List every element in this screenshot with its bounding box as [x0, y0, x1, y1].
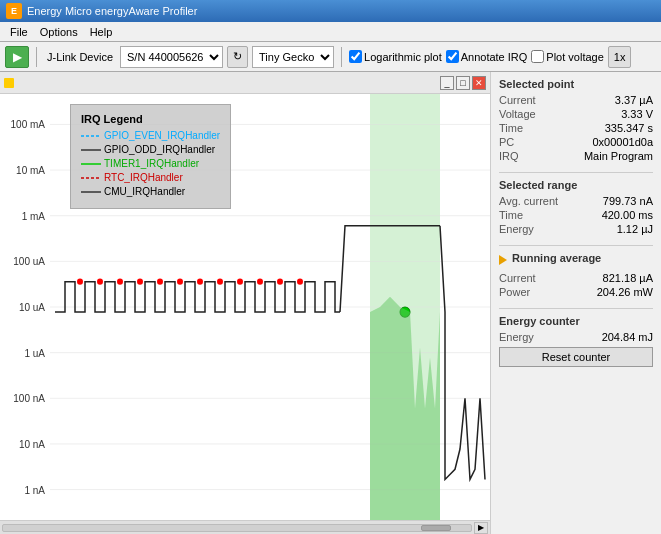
legend-box: IRQ Legend GPIO_EVEN_IRQHandler GPIO_ODD… — [70, 104, 231, 209]
svg-text:1 nA: 1 nA — [24, 485, 45, 496]
svg-text:100 nA: 100 nA — [13, 393, 45, 404]
legend-title: IRQ Legend — [81, 113, 220, 125]
energy-label: Energy — [499, 331, 534, 343]
voltage-value: 3.33 V — [621, 108, 653, 120]
menu-file[interactable]: File — [4, 25, 34, 39]
legend-label-4: CMU_IRQHandler — [104, 186, 185, 197]
zoom-btn[interactable]: 1x — [608, 46, 632, 68]
plot-voltage-checkbox[interactable] — [531, 50, 544, 63]
running-avg-indicator: Running average — [499, 252, 653, 268]
running-avg-triangle — [499, 255, 507, 265]
divider-1 — [499, 172, 653, 173]
close-button[interactable]: ✕ — [472, 76, 486, 90]
irq-dot-8 — [217, 279, 223, 285]
range-avg-current-row: Avg. current 799.73 nA — [499, 195, 653, 207]
irq-dot-11 — [277, 279, 283, 285]
current-label: Current — [499, 94, 536, 106]
time-label: Time — [499, 122, 523, 134]
menu-help[interactable]: Help — [84, 25, 119, 39]
chart-icon — [4, 78, 14, 88]
chart-toolbar: _ □ ✕ — [0, 72, 490, 94]
selected-time-row: Time 335.347 s — [499, 122, 653, 134]
irq-dot-12 — [297, 279, 303, 285]
running-current-value: 821.18 µA — [603, 272, 653, 284]
selected-range-section: Selected range Avg. current 799.73 nA Ti… — [499, 179, 653, 235]
time-value: 335.347 s — [605, 122, 653, 134]
running-power-value: 204.26 mW — [597, 286, 653, 298]
log-plot-checkbox-group: Logarithmic plot — [349, 50, 442, 63]
scroll-right-button[interactable]: ▶ — [474, 522, 488, 534]
play-button[interactable]: ▶ — [5, 46, 29, 68]
energy-counter-title: Energy counter — [499, 315, 653, 327]
legend-item-4: CMU_IRQHandler — [81, 186, 220, 197]
avg-current-value: 799.73 nA — [603, 195, 653, 207]
irq-dot-6 — [177, 279, 183, 285]
selected-point-title: Selected point — [499, 78, 653, 90]
pc-value: 0x00001d0a — [592, 136, 653, 148]
annotate-irq-checkbox[interactable] — [446, 50, 459, 63]
running-current-row: Current 821.18 µA — [499, 272, 653, 284]
running-power-row: Power 204.26 mW — [499, 286, 653, 298]
svg-text:1 mA: 1 mA — [22, 211, 46, 222]
energy-value-row: Energy 204.84 mJ — [499, 331, 653, 343]
plot-voltage-checkbox-group: Plot voltage — [531, 50, 603, 63]
svg-text:100 uA: 100 uA — [13, 256, 45, 267]
svg-text:1 uA: 1 uA — [24, 348, 45, 359]
legend-item-0: GPIO_EVEN_IRQHandler — [81, 130, 220, 141]
maximize-button[interactable]: □ — [456, 76, 470, 90]
app-icon: E — [6, 3, 22, 19]
chart-area: _ □ ✕ — [0, 72, 491, 534]
legend-label-1: GPIO_ODD_IRQHandler — [104, 144, 215, 155]
selected-pc-row: PC 0x00001d0a — [499, 136, 653, 148]
menu-bar: File Options Help — [0, 22, 661, 42]
running-average-section: Running average Current 821.18 µA Power … — [499, 252, 653, 298]
main-content: _ □ ✕ — [0, 72, 661, 534]
irq-dot-4 — [137, 279, 143, 285]
title-bar-text: Energy Micro energyAware Profiler — [27, 5, 197, 17]
current-value: 3.37 µA — [615, 94, 653, 106]
voltage-label: Voltage — [499, 108, 536, 120]
toolbar-separator-1 — [36, 47, 37, 67]
legend-label-3: RTC_IRQHandler — [104, 172, 183, 183]
current-waveform-low — [55, 282, 340, 312]
chip-select[interactable]: Tiny Gecko — [252, 46, 334, 68]
log-plot-checkbox[interactable] — [349, 50, 362, 63]
divider-3 — [499, 308, 653, 309]
chart-canvas[interactable]: 100 mA 10 mA 1 mA 100 uA 10 uA 1 uA 100 … — [0, 94, 490, 534]
minimize-button[interactable]: _ — [440, 76, 454, 90]
irq-dot-1 — [77, 279, 83, 285]
selected-voltage-row: Voltage 3.33 V — [499, 108, 653, 120]
irq-value: Main Program — [584, 150, 653, 162]
chart-scrollbar[interactable]: ▶ — [0, 520, 490, 534]
scrollbar-track[interactable] — [2, 524, 472, 532]
range-time-label: Time — [499, 209, 523, 221]
annotate-irq-checkbox-group: Annotate IRQ — [446, 50, 528, 63]
legend-label-0: GPIO_EVEN_IRQHandler — [104, 130, 220, 141]
plot-voltage-label: Plot voltage — [546, 51, 603, 63]
device-select[interactable]: S/N 440005626 — [120, 46, 223, 68]
running-avg-title: Running average — [512, 252, 601, 264]
refresh-button[interactable]: ↻ — [227, 46, 248, 68]
log-plot-label: Logarithmic plot — [364, 51, 442, 63]
scrollbar-thumb[interactable] — [421, 525, 451, 531]
irq-dot-10 — [257, 279, 263, 285]
svg-text:100 mA: 100 mA — [11, 119, 46, 130]
irq-label: IRQ — [499, 150, 519, 162]
avg-current-label: Avg. current — [499, 195, 558, 207]
annotate-irq-label: Annotate IRQ — [461, 51, 528, 63]
toolbar-separator-2 — [341, 47, 342, 67]
window-controls: _ □ ✕ — [440, 76, 486, 90]
range-energy-value: 1.12 µJ — [617, 223, 653, 235]
irq-dot-7 — [197, 279, 203, 285]
pc-label: PC — [499, 136, 514, 148]
svg-text:10 uA: 10 uA — [19, 302, 45, 313]
jlink-label: J-Link Device — [47, 51, 113, 63]
irq-dot-9 — [237, 279, 243, 285]
menu-options[interactable]: Options — [34, 25, 84, 39]
reset-counter-button[interactable]: Reset counter — [499, 347, 653, 367]
range-time-value: 420.00 ms — [602, 209, 653, 221]
range-energy-row: Energy 1.12 µJ — [499, 223, 653, 235]
selected-irq-row: IRQ Main Program — [499, 150, 653, 162]
right-panel: Selected point Current 3.37 µA Voltage 3… — [491, 72, 661, 534]
toolbar: ▶ J-Link Device S/N 440005626 ↻ Tiny Gec… — [0, 42, 661, 72]
